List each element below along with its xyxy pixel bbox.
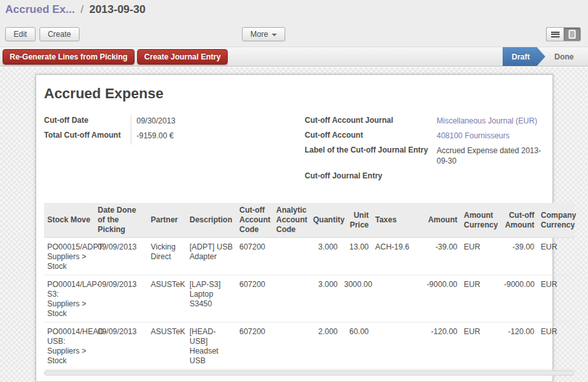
breadcrumb-section-link[interactable]: Accrued Ex... [5, 3, 75, 16]
cell [372, 323, 419, 370]
column-header: Quantity [310, 203, 341, 238]
cell: 3000.00 [341, 275, 372, 323]
journal-entry-label-label: Label of the Cut-off Journal Entry [305, 145, 431, 154]
field-group-right: Cut-off Account Journal Miscellaneous Jo… [305, 115, 547, 186]
cell: EUR [461, 323, 501, 370]
cutoff-journal-entry-label: Cut-off Journal Entry [305, 171, 431, 180]
cutoff-account-label: Cut-off Account [305, 130, 431, 140]
cell: 60.00 [341, 323, 372, 370]
more-button-label: More [250, 30, 268, 39]
cell: PO00014/HEAD-USB: Suppliers > Stock [44, 323, 94, 370]
cell [273, 238, 310, 275]
cell: [ADPT] USB Adapter [186, 238, 236, 275]
top-bar: Accrued Ex... / 2013-09-30 Edit Create M… [0, 0, 588, 47]
create-button[interactable]: Create [39, 27, 80, 41]
column-header: Partner [147, 203, 186, 238]
edit-button[interactable]: Edit [5, 27, 36, 41]
cell: ACH-19.6 [372, 238, 419, 275]
table-header-row: Stock MoveDate Done of the PickingPartne… [44, 203, 574, 238]
cutoff-journal-entry-value [431, 171, 543, 171]
cell: EUR [538, 323, 574, 370]
cell: EUR [538, 275, 574, 323]
cell [273, 275, 310, 323]
column-header: Unit Price [341, 203, 372, 238]
cell [372, 275, 419, 323]
cell: EUR [461, 238, 501, 275]
form-icon [569, 30, 576, 39]
column-header: Stock Move [44, 203, 94, 238]
cell: 2.000 [310, 323, 341, 370]
cell: 3.000 [310, 275, 341, 323]
cutoff-date-value: 09/30/2013 [131, 115, 242, 130]
cell: -120.00 [419, 323, 461, 370]
cutoff-account-journal-label: Cut-off Account Journal [305, 115, 431, 125]
cutoff-date-label: Cut-off Date [44, 115, 131, 125]
caret-down-icon [272, 34, 277, 36]
cell: ASUSTeK [147, 323, 186, 370]
cell: PO00015/ADPT: Suppliers > Stock [44, 238, 94, 275]
cell: PO00014/LAP-S3: Suppliers > Stock [44, 275, 94, 323]
form-sheet: Accrued Expense Cut-off Date 09/30/2013 … [36, 74, 553, 382]
cell: 607200 [236, 275, 273, 323]
column-header: Date Done of the Picking [94, 203, 147, 238]
cell: Vicking Direct [147, 238, 186, 275]
column-header: Analytic Account Code [273, 203, 310, 238]
cell: 13.00 [341, 238, 372, 275]
regenerate-lines-button[interactable]: Re-Generate Lines from Picking [3, 49, 135, 65]
column-header: Taxes [372, 203, 419, 238]
total-cutoff-amount-label: Total Cut-off Amount [44, 130, 131, 140]
table-row[interactable]: PO00014/HEAD-USB: Suppliers > Stock09/09… [44, 323, 574, 370]
cell: -9000.00 [501, 275, 538, 323]
table-row[interactable]: PO00015/ADPT: Suppliers > Stock09/09/201… [44, 238, 574, 275]
create-journal-entry-button[interactable]: Create Journal Entry [137, 49, 228, 65]
cutoff-lines-table: Stock MoveDate Done of the PickingPartne… [44, 203, 574, 376]
column-header: Cut-off Amount [501, 203, 538, 238]
cutoff-account-journal-value[interactable]: Miscellaneous Journal (EUR) [431, 115, 543, 126]
table-body: PO00015/ADPT: Suppliers > Stock09/09/201… [44, 238, 574, 370]
breadcrumb-separator: / [78, 3, 86, 16]
column-header: Amount [419, 203, 461, 238]
column-header: Cut-off Account Code [236, 203, 273, 238]
cell: EUR [461, 275, 501, 323]
column-header: Company Currency [538, 203, 574, 238]
status-bar: Draft Done [503, 47, 580, 66]
field-group-left: Cut-off Date 09/30/2013 Total Cut-off Am… [44, 115, 257, 145]
cell: 607200 [236, 238, 273, 275]
cell: -39.00 [501, 238, 538, 275]
form-view-button[interactable] [563, 27, 581, 41]
list-view-button[interactable] [546, 27, 563, 41]
page-title: Accrued Expense [44, 85, 164, 102]
column-header: Amount Currency [461, 203, 501, 238]
breadcrumb: Accrued Ex... / 2013-09-30 [5, 3, 146, 16]
more-button[interactable]: More [242, 27, 285, 41]
cell: [LAP-S3] Laptop S3450 [186, 275, 236, 323]
cutoff-account-value[interactable]: 408100 Fournisseurs [431, 130, 543, 141]
column-header: Description [186, 203, 236, 238]
cell: -120.00 [501, 323, 538, 370]
cell: 09/09/2013 [94, 238, 147, 275]
cell: [HEAD-USB] Headset USB [186, 323, 236, 370]
view-switcher [546, 27, 581, 41]
breadcrumb-record-title: 2013-09-30 [89, 3, 146, 16]
cell: -9000.00 [419, 275, 461, 323]
list-icon [551, 32, 560, 37]
status-done-label: Done [545, 49, 580, 65]
table-row[interactable]: PO00014/LAP-S3: Suppliers > Stock09/09/2… [44, 275, 574, 323]
cell: 09/09/2013 [94, 275, 147, 323]
cell: EUR [538, 238, 574, 275]
journal-entry-label-value: Accrued Expense dated 2013-09-30 [431, 145, 543, 166]
cell [273, 323, 310, 370]
cell: 09/09/2013 [94, 323, 147, 370]
cell: 607200 [236, 323, 273, 370]
status-draft-badge: Draft [503, 47, 545, 66]
cell: -39.00 [419, 238, 461, 275]
total-cutoff-amount-value: -9159.00 € [131, 130, 242, 145]
cell: ASUSTeK [147, 275, 186, 323]
view-background: Accrued Expense Cut-off Date 09/30/2013 … [0, 67, 588, 382]
cell: 3.000 [310, 238, 341, 275]
action-bar: Re-Generate Lines from Picking Create Jo… [0, 47, 588, 67]
horizontal-scrollbar[interactable] [44, 370, 574, 376]
